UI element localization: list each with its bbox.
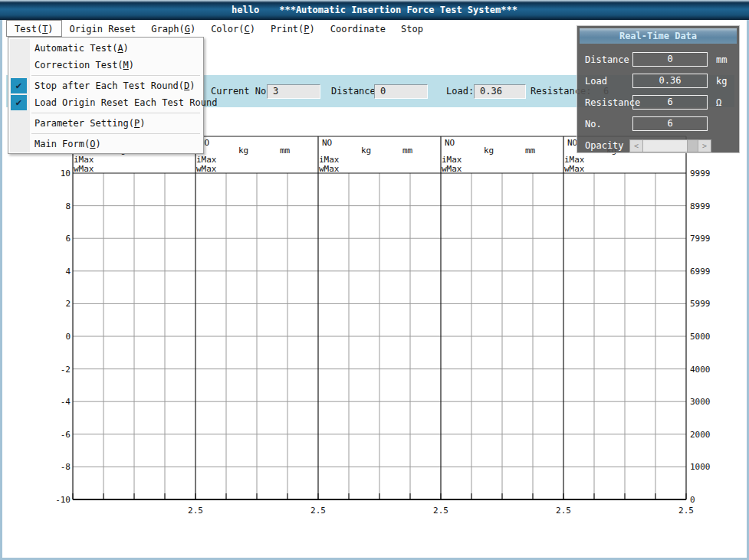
menu-item-label: Main Form(O) bbox=[34, 139, 101, 149]
realtime-row-no: No.6 bbox=[577, 113, 739, 135]
menu-item-label: Parameter Setting(P) bbox=[34, 118, 146, 129]
realtime-row-unit: kg bbox=[716, 76, 727, 87]
x-axis-tick: 2.5 bbox=[180, 506, 211, 516]
test-dropdown-menu: Automatic Test(A)Correction Test(M)✔Stop… bbox=[8, 37, 204, 154]
left-axis-tick: -2 bbox=[40, 365, 71, 375]
chart-section-header-2: NOkgmmiMaxwMax bbox=[195, 136, 318, 173]
right-axis-tick: 4000 bbox=[690, 365, 711, 375]
menu-item-color-c[interactable]: Color(C) bbox=[203, 20, 263, 37]
menu-item-load-origin-reset-each-test-round[interactable]: ✔Load Origin Reset Each Test Round bbox=[8, 94, 203, 111]
realtime-row-unit: mm bbox=[716, 54, 727, 65]
realtime-panel-titlebar[interactable]: Real-Time Data bbox=[580, 28, 737, 44]
chart-section-header-4: NOkgmmiMaxwMax bbox=[441, 136, 563, 173]
opacity-scrollbar-thumb[interactable] bbox=[643, 140, 688, 152]
realtime-row-value: 0 bbox=[632, 52, 708, 67]
title-hello: hello bbox=[232, 5, 259, 15]
menu-item-print-p[interactable]: Print(P) bbox=[263, 20, 323, 37]
checkmark-icon: ✔ bbox=[11, 78, 27, 93]
realtime-data-panel[interactable]: Real-Time Data Distance0mmLoad0.36kgResi… bbox=[577, 25, 740, 153]
chart-section-header-3: NOkgmmiMaxwMax bbox=[318, 136, 441, 173]
current-no-field[interactable]: 3 bbox=[267, 84, 320, 99]
section-wmax-label: wMax bbox=[442, 164, 462, 174]
realtime-row-resistance: Resistance6Ω bbox=[577, 92, 739, 113]
right-axis-tick: 3000 bbox=[690, 397, 711, 407]
left-axis-tick: -10 bbox=[40, 495, 71, 505]
section-no-label: NO bbox=[445, 138, 455, 148]
left-axis-tick: 4 bbox=[40, 267, 71, 277]
x-axis-tick: 2.5 bbox=[425, 506, 456, 516]
right-axis-tick: 7999 bbox=[690, 234, 711, 244]
x-axis-tick: 2.5 bbox=[671, 506, 701, 516]
menu-item-automatic-test-a[interactable]: Automatic Test(A) bbox=[8, 40, 203, 57]
section-mm-label: mm bbox=[525, 146, 535, 156]
realtime-row-load: Load0.36kg bbox=[577, 70, 739, 92]
menu-item-label: Stop after Each Test Round(D) bbox=[34, 80, 195, 91]
realtime-row-distance: Distance0mm bbox=[577, 49, 739, 70]
opacity-scrollbar[interactable]: < > bbox=[629, 139, 711, 152]
x-axis-tick: 2.5 bbox=[303, 506, 333, 516]
menu-item-parameter-setting-p[interactable]: Parameter Setting(P) bbox=[8, 115, 203, 132]
menu-item-stop-after-each-test-round-d[interactable]: ✔Stop after Each Test Round(D) bbox=[8, 77, 203, 94]
left-axis-tick: 2 bbox=[40, 299, 71, 309]
load-label: Load: bbox=[446, 86, 474, 97]
x-axis-tick: 2.5 bbox=[548, 506, 579, 516]
left-axis-tick: -8 bbox=[40, 462, 71, 472]
menu-item-label: Correction Test(M) bbox=[34, 60, 134, 70]
menu-item-coordinate[interactable]: Coordinate bbox=[323, 20, 393, 37]
load-field[interactable]: 0.36 bbox=[474, 84, 526, 99]
distance-field[interactable]: 0 bbox=[374, 84, 428, 99]
menu-item-test-t[interactable]: Test(T) bbox=[6, 20, 62, 37]
section-kg-label: kg bbox=[484, 146, 494, 156]
right-axis-tick: 0 bbox=[690, 495, 695, 505]
right-axis-tick: 2000 bbox=[690, 430, 711, 440]
realtime-row-value: 6 bbox=[632, 95, 708, 110]
left-axis-tick: 8 bbox=[40, 201, 71, 211]
section-kg-label: kg bbox=[361, 146, 371, 156]
section-wmax-label: wMax bbox=[564, 164, 585, 174]
opacity-row: Opacity < > bbox=[577, 135, 739, 156]
menu-item-main-form-o[interactable]: Main Form(O) bbox=[8, 136, 203, 152]
right-axis-tick: 9999 bbox=[690, 169, 711, 178]
scroll-right-arrow-icon[interactable]: > bbox=[698, 140, 711, 152]
left-axis-tick: -4 bbox=[40, 397, 71, 407]
menu-item-label: Automatic Test(A) bbox=[34, 43, 129, 54]
section-mm-label: mm bbox=[280, 146, 290, 156]
section-mm-label: mm bbox=[402, 146, 412, 156]
left-axis-tick: 0 bbox=[40, 332, 71, 342]
menu-item-origin-reset[interactable]: Origin Reset bbox=[62, 20, 144, 37]
left-axis-tick: 6 bbox=[40, 234, 71, 244]
section-wmax-label: wMax bbox=[319, 164, 340, 174]
checkmark-icon: ✔ bbox=[11, 95, 27, 110]
realtime-row-label: No. bbox=[585, 119, 602, 129]
opacity-label: Opacity bbox=[585, 140, 624, 151]
realtime-row-value: 0.36 bbox=[632, 74, 708, 88]
section-wmax-label: wMax bbox=[196, 164, 217, 174]
right-axis-tick: 1000 bbox=[690, 462, 711, 472]
realtime-row-unit: Ω bbox=[716, 97, 721, 108]
menu-item-graph-g[interactable]: Graph(G) bbox=[143, 20, 203, 37]
realtime-row-value: 6 bbox=[632, 116, 708, 131]
section-kg-label: kg bbox=[238, 146, 248, 156]
title-bar: hello ***Automatic Insertion Force Test … bbox=[0, 0, 749, 20]
menu-item-label: Load Origin Reset Each Test Round bbox=[34, 97, 217, 108]
right-axis-tick: 5999 bbox=[690, 299, 711, 309]
menu-item-correction-test-m[interactable]: Correction Test(M) bbox=[8, 57, 203, 74]
page-title: ***Automatic Insertion Force Test System… bbox=[279, 5, 517, 15]
section-wmax-label: wMax bbox=[74, 164, 94, 174]
right-axis-tick: 8999 bbox=[690, 201, 711, 211]
menu-item-stop[interactable]: Stop bbox=[393, 20, 431, 37]
right-axis-tick: 5000 bbox=[690, 332, 711, 342]
scroll-left-arrow-icon[interactable]: < bbox=[630, 140, 643, 152]
realtime-row-label: Load bbox=[585, 76, 607, 87]
left-axis-tick: -6 bbox=[40, 430, 71, 440]
section-no-label: NO bbox=[322, 138, 332, 148]
right-axis-tick: 6999 bbox=[690, 267, 711, 277]
realtime-row-label: Distance bbox=[585, 54, 629, 65]
left-axis-tick: 10 bbox=[40, 169, 71, 178]
